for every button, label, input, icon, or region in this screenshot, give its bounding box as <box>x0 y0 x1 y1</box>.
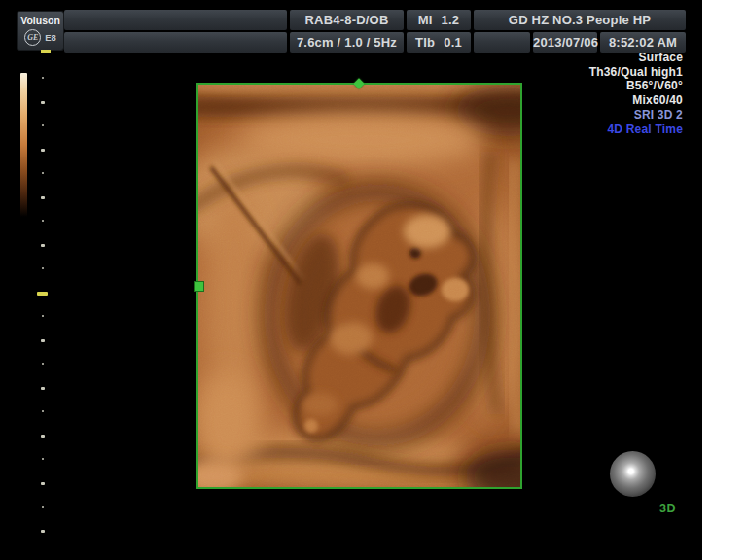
mode-label-3d: 3D <box>659 502 676 515</box>
render-box-handle-left[interactable] <box>194 281 204 292</box>
scan-params-segment: 7.6cm / 1.0 / 5Hz <box>290 32 404 52</box>
time-value: 8:52:02 AM <box>609 35 677 50</box>
statusbar-blank-segment <box>474 32 530 52</box>
setting-realtime: 4D Real Time <box>589 122 683 137</box>
ruler-tick <box>41 482 45 485</box>
ti-label: TIb <box>415 32 435 52</box>
ruler-tick <box>41 196 45 199</box>
ruler-tick <box>41 149 45 152</box>
white-margin <box>702 0 747 560</box>
depth-ruler <box>0 0 58 560</box>
ruler-tick <box>42 363 44 365</box>
ruler-tick <box>41 435 45 438</box>
ruler-tick <box>41 387 45 390</box>
statusbar-blank-segment <box>64 32 287 52</box>
setting-threshold: Th36/Qual high1 <box>589 65 683 80</box>
ruler-tick <box>42 315 44 317</box>
setting-render-mode: Surface <box>589 51 683 65</box>
ruler-tick <box>42 172 44 174</box>
ruler-tick <box>42 506 44 508</box>
mi-segment: MI 1.2 <box>407 10 471 30</box>
ultrasound-render <box>197 84 522 489</box>
ruler-tick <box>42 267 44 269</box>
date-segment: 2013/07/06 <box>533 32 597 52</box>
facility-segment: GD HZ NO.3 People HP <box>474 10 686 30</box>
ruler-tick <box>42 458 44 460</box>
ultrasound-screen: RAB4-8-D/OB MI 1.2 GD HZ NO.3 People HP … <box>0 0 747 560</box>
mi-label: MI <box>418 10 433 30</box>
mi-value: 1.2 <box>442 10 460 30</box>
probe-name: RAB4-8-D/OB <box>305 13 389 27</box>
ruler-tick <box>42 124 44 126</box>
ruler-tick <box>42 220 44 222</box>
time-segment: 8:52:02 AM <box>600 32 686 52</box>
ruler-tick <box>41 244 45 247</box>
setting-angle: B56°/V60° <box>589 79 683 93</box>
ti-segment: TIb 0.1 <box>407 32 471 52</box>
trackball-indicator <box>610 451 656 497</box>
setting-mix: Mix60/40 <box>589 93 683 108</box>
ruler-tick <box>41 530 45 533</box>
ruler-tick <box>41 101 45 104</box>
focus-marker <box>37 292 48 296</box>
date-value: 2013/07/06 <box>533 35 598 50</box>
scan-params: 7.6cm / 1.0 / 5Hz <box>297 35 397 50</box>
ti-value: 0.1 <box>444 32 462 52</box>
setting-sri: SRI 3D 2 <box>589 108 683 122</box>
ruler-tick <box>41 339 45 342</box>
settings-panel: Surface Th36/Qual high1 B56°/V60° Mix60/… <box>589 51 683 136</box>
statusbar-blank-segment <box>64 10 287 30</box>
ruler-tick <box>42 77 44 79</box>
probe-segment: RAB4-8-D/OB <box>290 10 404 30</box>
ruler-tick <box>42 410 44 412</box>
facility-name: GD HZ NO.3 People HP <box>509 13 651 27</box>
